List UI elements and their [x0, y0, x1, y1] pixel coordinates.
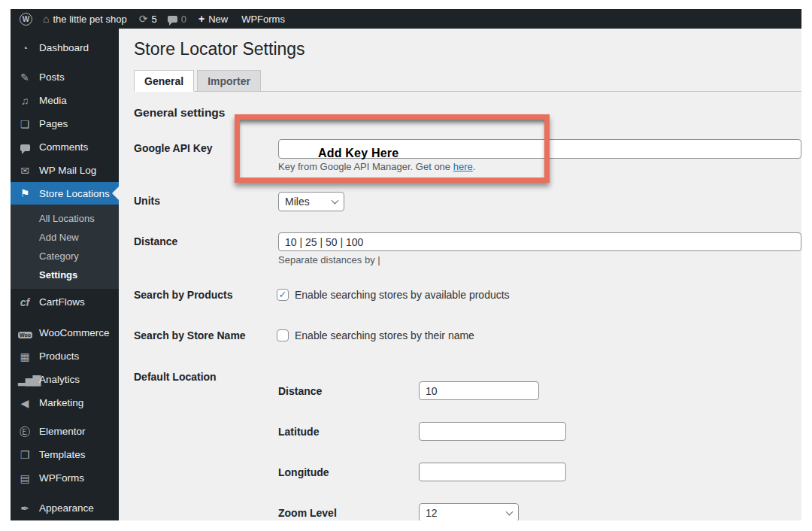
units-label: Units [134, 195, 160, 207]
sidebar-item-analytics[interactable]: ▂▅▇ Analytics [11, 368, 119, 391]
sidebar-item-cartflows[interactable]: cf CartFlows [11, 290, 119, 314]
sidebar-item-posts[interactable]: ✎ Posts [11, 65, 119, 89]
pages-icon: ❏ [18, 119, 32, 129]
store-locations-submenu: All Locations Add New Category Settings [11, 205, 119, 289]
wpforms-adminbar-menu[interactable]: WPForms [241, 14, 285, 25]
sidebar-item-dashboard[interactable]: ◔ Dashboard [11, 36, 119, 59]
search-by-products-checkbox[interactable] [277, 289, 289, 301]
sidebar-item-appearance[interactable]: ✒ Appearance [11, 496, 119, 520]
search-by-products-label: Search by Products [134, 289, 233, 301]
map-flag-icon: ⚑ [18, 188, 32, 199]
submenu-item-all-locations[interactable]: All Locations [11, 209, 119, 228]
sidebar-label: Comments [39, 141, 88, 153]
default-location-label: Default Location [134, 371, 217, 383]
dashboard-icon: ◔ [18, 43, 32, 53]
products-icon: ▦ [18, 351, 32, 362]
site-name-menu[interactable]: ⌂ the little pet shop [43, 14, 127, 25]
tab-importer[interactable]: Importer [197, 70, 261, 92]
folder-icon: ❒ [18, 450, 32, 460]
help-text: . [473, 161, 476, 172]
zoom-level-select[interactable]: 12 [419, 503, 519, 520]
latitude-label: Latitude [278, 426, 319, 438]
sidebar-label: Marketing [39, 397, 83, 408]
sidebar-label: Analytics [39, 374, 80, 385]
sidebar-item-wpforms[interactable]: ▤ WPForms [11, 466, 119, 490]
site-name: the little pet shop [53, 14, 126, 25]
units-select[interactable]: Miles [278, 192, 344, 211]
submenu-item-category[interactable]: Category [11, 247, 119, 266]
sidebar-item-comments[interactable]: Comments [11, 135, 119, 159]
search-by-store-name-checkbox-label: Enable searching stores by their name [295, 329, 474, 341]
updates-menu[interactable]: ⟳ 5 [139, 14, 157, 25]
submenu-item-add-new[interactable]: Add New [11, 228, 119, 247]
media-icon: ♫ [18, 96, 32, 106]
sidebar-label: Dashboard [39, 42, 89, 53]
settings-page: Store Locator Settings General Importer … [119, 29, 801, 520]
plus-icon: + [198, 14, 205, 24]
sidebar-label: WPForms [39, 472, 84, 484]
distance-label: Distance [134, 235, 177, 247]
search-by-store-name-checkbox[interactable] [277, 329, 289, 341]
settings-tabs: General Importer [134, 70, 801, 92]
sidebar-label: WooCommerce [39, 327, 110, 338]
comment-bubble-icon [168, 16, 177, 23]
get-key-here-link[interactable]: here [453, 161, 473, 172]
wpforms-adminbar-label: WPForms [241, 14, 285, 25]
distance-input[interactable] [278, 232, 801, 251]
google-api-key-label: Google API Key [134, 142, 213, 154]
sidebar-label: CartFlows [39, 296, 85, 308]
brush-icon: ✒ [18, 503, 32, 514]
comment-count: 0 [181, 14, 186, 25]
latitude-input[interactable] [419, 422, 566, 441]
tab-general[interactable]: General [134, 70, 194, 92]
sidebar-label: Posts [39, 71, 65, 83]
comments-menu[interactable]: 0 [168, 14, 186, 25]
wordpress-admin-window: W ⌂ the little pet shop ⟳ 5 0 + New WPFo… [11, 9, 801, 520]
cartflows-icon: cf [18, 297, 32, 308]
sidebar-item-wp-mail-log[interactable]: ✉ WP Mail Log [11, 159, 119, 182]
help-text: Key from Google API Manager. Get one [278, 161, 453, 172]
update-count: 5 [152, 14, 157, 25]
sidebar-label: Products [39, 350, 79, 362]
form-icon: ▤ [18, 473, 32, 484]
zoom-level-select-wrap: 12 [419, 503, 519, 520]
search-by-products-checkbox-label: Enable searching stores by available pro… [295, 289, 510, 301]
sidebar-item-pages[interactable]: ❏ Pages [11, 112, 119, 135]
sidebar-item-products[interactable]: ▦ Products [11, 344, 119, 368]
analytics-bars-icon: ▂▅▇ [18, 375, 32, 385]
admin-sidebar: ◔ Dashboard ✎ Posts ♫ Media ❏ Pages Comm… [11, 29, 119, 520]
sidebar-label: Pages [39, 118, 68, 129]
comments-icon [18, 142, 32, 153]
sidebar-label: Store Locations [39, 188, 110, 199]
units-select-wrap: Miles [278, 192, 344, 211]
sidebar-item-media[interactable]: ♫ Media [11, 89, 119, 112]
pushpin-icon: ✎ [18, 72, 32, 83]
sidebar-item-elementor[interactable]: Ⓔ Elementor [11, 420, 119, 443]
admin-bar: W ⌂ the little pet shop ⟳ 5 0 + New WPFo… [11, 9, 801, 29]
sidebar-label: Media [39, 95, 67, 106]
updates-icon: ⟳ [139, 14, 148, 24]
woocommerce-icon: Woo [18, 328, 32, 338]
section-heading: General settings [134, 106, 225, 120]
home-icon: ⌂ [43, 14, 49, 24]
sidebar-item-woocommerce[interactable]: Woo WooCommerce [11, 321, 119, 344]
submenu-item-settings[interactable]: Settings [11, 266, 119, 284]
envelope-icon: ✉ [18, 165, 32, 176]
zoom-level-label: Zoom Level [278, 507, 337, 519]
new-label: New [208, 14, 228, 25]
longitude-input[interactable] [419, 463, 566, 481]
page-title: Store Locator Settings [134, 39, 305, 59]
wordpress-logo-icon[interactable]: W [20, 13, 32, 26]
megaphone-icon: ◀ [18, 398, 32, 408]
sidebar-label: Elementor [39, 426, 86, 437]
longitude-label: Longitude [278, 466, 329, 478]
sidebar-label: Templates [39, 449, 86, 460]
google-api-key-help: Key from Google API Manager. Get one her… [278, 161, 475, 172]
sidebar-item-marketing[interactable]: ◀ Marketing [11, 391, 119, 414]
sidebar-item-store-locations[interactable]: ⚑ Store Locations [11, 182, 119, 205]
new-content-menu[interactable]: + New [198, 14, 228, 25]
default-distance-input[interactable] [419, 381, 539, 400]
google-api-key-input[interactable] [278, 139, 801, 159]
sidebar-item-templates[interactable]: ❒ Templates [11, 443, 119, 466]
distance-help: Separate distances by | [278, 254, 380, 266]
